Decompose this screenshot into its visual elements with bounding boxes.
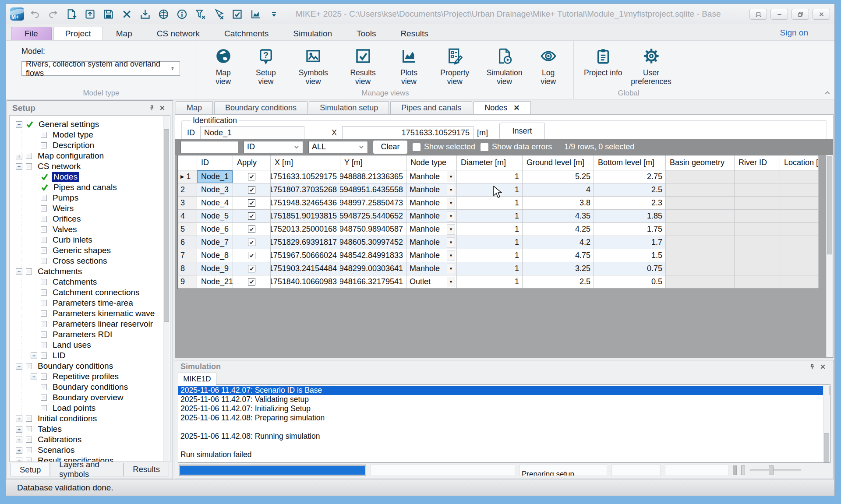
menu-tab-file[interactable]: File	[11, 27, 52, 40]
log-line[interactable]: 2025-11-06 11.42.08: Running simulation	[178, 432, 830, 441]
expand-icon[interactable]: +	[31, 374, 37, 380]
bottom-level-cell[interactable]: 1.5	[594, 249, 666, 262]
diameter-cell[interactable]: 1	[457, 236, 523, 249]
tree-item-land-uses[interactable]: Land uses	[13, 340, 161, 350]
row-header-cell[interactable]: 7	[178, 249, 197, 262]
expand-icon[interactable]: +	[16, 416, 22, 422]
tree-checkbox[interactable]	[41, 279, 47, 285]
node-type-dropdown-button[interactable]: ▾	[447, 198, 455, 208]
ground-level-cell[interactable]: 4.35	[523, 210, 594, 222]
row-header-cell[interactable]: 2	[178, 183, 197, 196]
tree-scrollbar-thumb[interactable]	[164, 129, 169, 322]
table-row[interactable]: 9Node_211751840.106609835948166.32179541…	[178, 275, 819, 289]
log-line[interactable]: 2025-11-06 11.42.07: Validating setup	[178, 395, 830, 404]
tree-checkbox[interactable]	[41, 247, 47, 254]
close-panel-button[interactable]	[157, 103, 167, 113]
results-view-button[interactable]: Results view	[338, 44, 388, 86]
apply-checkbox[interactable]	[248, 239, 255, 246]
node-type-cell[interactable]: Manhole▾	[406, 210, 457, 222]
tree-checkbox[interactable]	[41, 258, 47, 264]
y-coordinate-cell[interactable]: 5948725.5440652	[340, 210, 406, 222]
pin-button[interactable]	[146, 103, 157, 113]
node-id-cell[interactable]: Node_21	[197, 275, 233, 288]
node-id-cell[interactable]: Node_8	[197, 249, 233, 262]
log-line[interactable]: 2025-11-06 11.42.08: Preparing simulatio…	[178, 413, 830, 423]
log-line[interactable]: 2025-11-06 11.42.07: Scenario ID is Base	[178, 386, 830, 395]
tree-checkbox[interactable]	[41, 205, 47, 211]
expand-icon[interactable]: +	[16, 426, 22, 433]
slider-thumb[interactable]	[769, 465, 774, 475]
globe-button[interactable]	[155, 7, 171, 21]
tree-checkbox[interactable]	[26, 437, 32, 443]
property-view-button[interactable]: Property view	[430, 44, 480, 86]
tree-item-orifices[interactable]: Orifices	[13, 214, 161, 224]
apply-cell[interactable]	[233, 275, 271, 288]
log-view-button[interactable]: Log view	[529, 44, 567, 86]
y-coordinate-cell[interactable]: 5948299.00303641	[340, 262, 406, 275]
tab-simulation-setup[interactable]: Simulation setup	[309, 101, 389, 114]
tree-item-description[interactable]: Description	[13, 140, 161, 151]
ground-level-cell[interactable]: 3.25	[523, 262, 594, 275]
bottom-level-cell[interactable]: 0.75	[594, 262, 666, 275]
node-type-cell[interactable]: Manhole▾	[406, 197, 457, 209]
setup-view-button[interactable]: Setup view	[243, 44, 288, 86]
menu-tab-cs-network[interactable]: CS network	[145, 27, 211, 40]
ground-level-cell[interactable]: 4.25	[523, 223, 594, 236]
tab-pipes-and-canals[interactable]: Pipes and canals	[390, 101, 472, 114]
tree-checkbox[interactable]	[26, 363, 32, 369]
plots-view-button[interactable]: Plots view	[388, 44, 430, 86]
tree-checkbox[interactable]	[41, 310, 47, 317]
x-coordinate-cell[interactable]: 1751851.90193815	[271, 210, 340, 222]
tree-item-parameters-linear-reservoir[interactable]: Parameters linear reservoir	[13, 319, 161, 329]
log-scrollbar-thumb[interactable]	[824, 433, 829, 463]
tree-checkbox[interactable]	[26, 447, 32, 453]
apply-checkbox[interactable]	[248, 186, 255, 194]
x-coordinate-cell[interactable]: 1751903.24154484	[271, 262, 340, 275]
model-type-dropdown[interactable]: Rivers, collection system and overland f…	[21, 61, 180, 76]
y-coordinate-cell[interactable]: 5948605.30997452	[340, 236, 406, 249]
node-id-cell[interactable]: Node_7	[197, 236, 233, 249]
node-id-cell[interactable]: Node_1	[197, 170, 233, 183]
x-coordinate-cell[interactable]: 1751840.10660983	[271, 275, 340, 288]
tree-checkbox[interactable]	[26, 426, 32, 432]
diameter-cell[interactable]: 1	[457, 275, 523, 288]
table-row[interactable]: 8Node_91751903.241544845948299.00303641M…	[178, 262, 819, 275]
expand-icon[interactable]: +	[16, 153, 22, 159]
tab-boundary-conditions[interactable]: Boundary conditions	[214, 101, 307, 114]
tree-item-parameters-kinematic-wave[interactable]: Parameters kinematic wave	[13, 308, 161, 319]
menu-tab-simulation[interactable]: Simulation	[282, 27, 343, 40]
ground-level-cell[interactable]: 2.5	[523, 275, 594, 288]
apply-checkbox[interactable]	[248, 226, 255, 233]
tree-checkbox[interactable]	[26, 163, 32, 169]
table-row[interactable]: ▶1Node_11751633.105291755948888.21336365…	[178, 170, 819, 183]
tree-item-load-points[interactable]: Load points	[13, 403, 161, 413]
qat-caret-button[interactable]	[266, 7, 282, 21]
tree-item-parameters-time-area[interactable]: Parameters time-area	[13, 298, 161, 308]
node-type-cell[interactable]: Manhole▾	[406, 183, 457, 196]
table-row[interactable]: 2Node_31751807.370352685948951.6435558Ma…	[178, 183, 819, 197]
row-header-cell[interactable]: 3	[178, 197, 197, 209]
tree-item-parameters-rdi[interactable]: Parameters RDI	[13, 329, 161, 340]
tree-item-generic-shapes[interactable]: Generic shapes	[13, 245, 161, 256]
tree-item-lid[interactable]: +LID	[13, 350, 161, 361]
apply-checkbox[interactable]	[248, 212, 255, 220]
node-type-dropdown-button[interactable]: ▾	[447, 277, 455, 287]
table-row[interactable]: 3Node_41751948.324654365948997.25850473M…	[178, 197, 819, 210]
tree-checkbox[interactable]	[41, 195, 47, 201]
tree-checkbox[interactable]	[26, 458, 32, 462]
tree-item-scenarios[interactable]: +Scenarios	[13, 445, 161, 455]
collapse-icon[interactable]: −	[16, 268, 22, 275]
ribbon-collapse-button[interactable]	[824, 89, 831, 96]
tree-checkbox[interactable]	[41, 352, 47, 359]
node-type-dropdown-button[interactable]: ▾	[447, 211, 455, 222]
x-coordinate-cell[interactable]: 1752013.25000168	[271, 223, 340, 236]
diameter-cell[interactable]: 1	[457, 183, 523, 196]
tree-checkbox[interactable]	[26, 153, 32, 159]
x-coordinate-cell[interactable]: 1751948.32465436	[271, 197, 340, 209]
bottom-level-cell[interactable]: 2.3	[594, 197, 666, 209]
apply-checkbox[interactable]	[248, 265, 255, 272]
save-button[interactable]	[100, 7, 116, 21]
diameter-cell[interactable]: 1	[457, 170, 523, 183]
new-file-button[interactable]	[64, 7, 79, 21]
tree-item-catchment-connections[interactable]: Catchment connections	[13, 287, 161, 298]
